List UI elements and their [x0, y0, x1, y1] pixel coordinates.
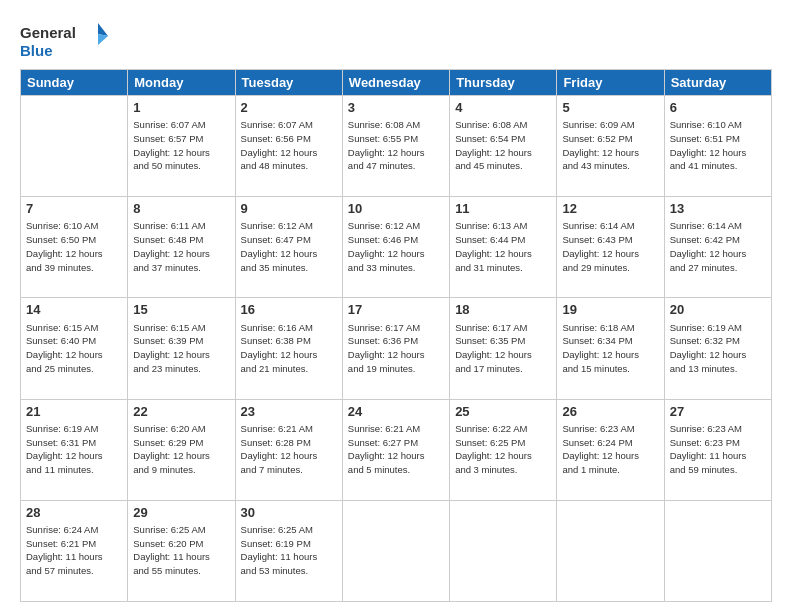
calendar-col-tuesday: Tuesday [235, 70, 342, 96]
calendar-cell: 24Sunrise: 6:21 AM Sunset: 6:27 PM Dayli… [342, 399, 449, 500]
calendar-cell: 13Sunrise: 6:14 AM Sunset: 6:42 PM Dayli… [664, 197, 771, 298]
day-info: Sunrise: 6:24 AM Sunset: 6:21 PM Dayligh… [26, 523, 122, 578]
day-number: 28 [26, 504, 122, 522]
day-number: 8 [133, 200, 229, 218]
day-number: 2 [241, 99, 337, 117]
calendar-cell [450, 500, 557, 601]
calendar-cell: 26Sunrise: 6:23 AM Sunset: 6:24 PM Dayli… [557, 399, 664, 500]
day-info: Sunrise: 6:23 AM Sunset: 6:23 PM Dayligh… [670, 422, 766, 477]
calendar-cell: 1Sunrise: 6:07 AM Sunset: 6:57 PM Daylig… [128, 96, 235, 197]
day-info: Sunrise: 6:21 AM Sunset: 6:27 PM Dayligh… [348, 422, 444, 477]
calendar-cell: 16Sunrise: 6:16 AM Sunset: 6:38 PM Dayli… [235, 298, 342, 399]
day-number: 29 [133, 504, 229, 522]
day-number: 30 [241, 504, 337, 522]
calendar-cell: 22Sunrise: 6:20 AM Sunset: 6:29 PM Dayli… [128, 399, 235, 500]
day-number: 18 [455, 301, 551, 319]
day-number: 1 [133, 99, 229, 117]
calendar-cell: 27Sunrise: 6:23 AM Sunset: 6:23 PM Dayli… [664, 399, 771, 500]
calendar-cell: 8Sunrise: 6:11 AM Sunset: 6:48 PM Daylig… [128, 197, 235, 298]
calendar-cell: 12Sunrise: 6:14 AM Sunset: 6:43 PM Dayli… [557, 197, 664, 298]
calendar-cell: 6Sunrise: 6:10 AM Sunset: 6:51 PM Daylig… [664, 96, 771, 197]
day-info: Sunrise: 6:19 AM Sunset: 6:31 PM Dayligh… [26, 422, 122, 477]
calendar-cell: 18Sunrise: 6:17 AM Sunset: 6:35 PM Dayli… [450, 298, 557, 399]
day-number: 19 [562, 301, 658, 319]
day-number: 12 [562, 200, 658, 218]
calendar-cell: 17Sunrise: 6:17 AM Sunset: 6:36 PM Dayli… [342, 298, 449, 399]
calendar-cell: 10Sunrise: 6:12 AM Sunset: 6:46 PM Dayli… [342, 197, 449, 298]
day-info: Sunrise: 6:16 AM Sunset: 6:38 PM Dayligh… [241, 321, 337, 376]
day-number: 14 [26, 301, 122, 319]
day-info: Sunrise: 6:25 AM Sunset: 6:20 PM Dayligh… [133, 523, 229, 578]
day-number: 20 [670, 301, 766, 319]
day-info: Sunrise: 6:09 AM Sunset: 6:52 PM Dayligh… [562, 118, 658, 173]
day-info: Sunrise: 6:08 AM Sunset: 6:54 PM Dayligh… [455, 118, 551, 173]
day-number: 27 [670, 403, 766, 421]
day-number: 9 [241, 200, 337, 218]
calendar-cell: 23Sunrise: 6:21 AM Sunset: 6:28 PM Dayli… [235, 399, 342, 500]
logo-svg: General Blue [20, 18, 110, 63]
day-info: Sunrise: 6:08 AM Sunset: 6:55 PM Dayligh… [348, 118, 444, 173]
calendar-cell: 7Sunrise: 6:10 AM Sunset: 6:50 PM Daylig… [21, 197, 128, 298]
day-number: 7 [26, 200, 122, 218]
day-info: Sunrise: 6:21 AM Sunset: 6:28 PM Dayligh… [241, 422, 337, 477]
day-number: 5 [562, 99, 658, 117]
day-number: 10 [348, 200, 444, 218]
calendar-cell: 30Sunrise: 6:25 AM Sunset: 6:19 PM Dayli… [235, 500, 342, 601]
day-info: Sunrise: 6:20 AM Sunset: 6:29 PM Dayligh… [133, 422, 229, 477]
svg-text:General: General [20, 24, 76, 41]
day-info: Sunrise: 6:10 AM Sunset: 6:51 PM Dayligh… [670, 118, 766, 173]
calendar-cell [664, 500, 771, 601]
calendar-cell: 20Sunrise: 6:19 AM Sunset: 6:32 PM Dayli… [664, 298, 771, 399]
day-number: 6 [670, 99, 766, 117]
calendar-cell: 29Sunrise: 6:25 AM Sunset: 6:20 PM Dayli… [128, 500, 235, 601]
day-number: 16 [241, 301, 337, 319]
day-info: Sunrise: 6:14 AM Sunset: 6:42 PM Dayligh… [670, 219, 766, 274]
day-info: Sunrise: 6:10 AM Sunset: 6:50 PM Dayligh… [26, 219, 122, 274]
calendar-table: SundayMondayTuesdayWednesdayThursdayFrid… [20, 69, 772, 602]
calendar-cell: 28Sunrise: 6:24 AM Sunset: 6:21 PM Dayli… [21, 500, 128, 601]
calendar-week-2: 7Sunrise: 6:10 AM Sunset: 6:50 PM Daylig… [21, 197, 772, 298]
calendar-cell: 5Sunrise: 6:09 AM Sunset: 6:52 PM Daylig… [557, 96, 664, 197]
header: General Blue [20, 18, 772, 63]
day-info: Sunrise: 6:12 AM Sunset: 6:46 PM Dayligh… [348, 219, 444, 274]
day-info: Sunrise: 6:11 AM Sunset: 6:48 PM Dayligh… [133, 219, 229, 274]
day-info: Sunrise: 6:12 AM Sunset: 6:47 PM Dayligh… [241, 219, 337, 274]
calendar-week-3: 14Sunrise: 6:15 AM Sunset: 6:40 PM Dayli… [21, 298, 772, 399]
svg-text:Blue: Blue [20, 42, 53, 59]
calendar-week-1: 1Sunrise: 6:07 AM Sunset: 6:57 PM Daylig… [21, 96, 772, 197]
day-info: Sunrise: 6:17 AM Sunset: 6:35 PM Dayligh… [455, 321, 551, 376]
calendar-cell: 14Sunrise: 6:15 AM Sunset: 6:40 PM Dayli… [21, 298, 128, 399]
day-number: 23 [241, 403, 337, 421]
calendar-cell: 3Sunrise: 6:08 AM Sunset: 6:55 PM Daylig… [342, 96, 449, 197]
calendar-col-wednesday: Wednesday [342, 70, 449, 96]
day-info: Sunrise: 6:18 AM Sunset: 6:34 PM Dayligh… [562, 321, 658, 376]
calendar-cell: 2Sunrise: 6:07 AM Sunset: 6:56 PM Daylig… [235, 96, 342, 197]
day-info: Sunrise: 6:23 AM Sunset: 6:24 PM Dayligh… [562, 422, 658, 477]
day-info: Sunrise: 6:22 AM Sunset: 6:25 PM Dayligh… [455, 422, 551, 477]
calendar-cell: 4Sunrise: 6:08 AM Sunset: 6:54 PM Daylig… [450, 96, 557, 197]
day-number: 3 [348, 99, 444, 117]
logo: General Blue [20, 18, 110, 63]
calendar-cell [557, 500, 664, 601]
calendar-cell [21, 96, 128, 197]
day-number: 22 [133, 403, 229, 421]
calendar-col-saturday: Saturday [664, 70, 771, 96]
day-info: Sunrise: 6:25 AM Sunset: 6:19 PM Dayligh… [241, 523, 337, 578]
calendar-cell: 21Sunrise: 6:19 AM Sunset: 6:31 PM Dayli… [21, 399, 128, 500]
day-number: 11 [455, 200, 551, 218]
day-number: 25 [455, 403, 551, 421]
day-info: Sunrise: 6:15 AM Sunset: 6:39 PM Dayligh… [133, 321, 229, 376]
page: General Blue SundayMondayTuesdayWednesda… [0, 0, 792, 612]
day-info: Sunrise: 6:15 AM Sunset: 6:40 PM Dayligh… [26, 321, 122, 376]
day-info: Sunrise: 6:14 AM Sunset: 6:43 PM Dayligh… [562, 219, 658, 274]
day-info: Sunrise: 6:07 AM Sunset: 6:57 PM Dayligh… [133, 118, 229, 173]
calendar-week-5: 28Sunrise: 6:24 AM Sunset: 6:21 PM Dayli… [21, 500, 772, 601]
day-info: Sunrise: 6:07 AM Sunset: 6:56 PM Dayligh… [241, 118, 337, 173]
day-info: Sunrise: 6:13 AM Sunset: 6:44 PM Dayligh… [455, 219, 551, 274]
day-number: 26 [562, 403, 658, 421]
day-number: 17 [348, 301, 444, 319]
calendar-week-4: 21Sunrise: 6:19 AM Sunset: 6:31 PM Dayli… [21, 399, 772, 500]
calendar-cell: 25Sunrise: 6:22 AM Sunset: 6:25 PM Dayli… [450, 399, 557, 500]
calendar-cell: 19Sunrise: 6:18 AM Sunset: 6:34 PM Dayli… [557, 298, 664, 399]
svg-marker-2 [98, 23, 108, 36]
